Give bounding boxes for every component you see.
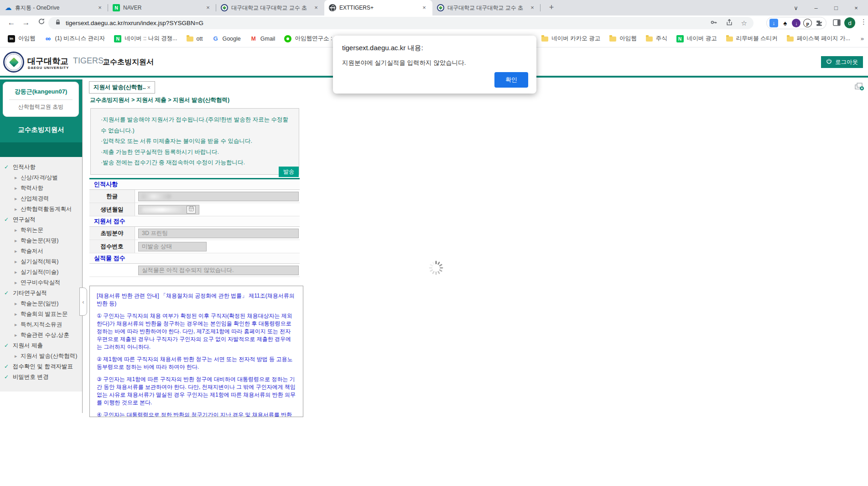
sidebar-menu-item[interactable]: 지원서 제출 [0, 340, 82, 351]
hangul-input[interactable] [138, 192, 299, 201]
sidebar-menu-label: 학술저서 [21, 248, 43, 254]
sidebar-menu-item[interactable]: 연구비수탁실적 [0, 277, 82, 288]
calendar-button[interactable] [187, 206, 196, 214]
side-panel-icon[interactable] [833, 19, 841, 28]
receipt-number-input[interactable]: 미발송 상태 [138, 242, 207, 251]
sidebar-menu: 인적사항 신상/자격/상벌 학력사항 산업체경력 산학협력활동계획서 [0, 157, 82, 392]
sidebar-menu-item[interactable]: 기타연구실적 [0, 288, 82, 298]
close-all-windows-icon[interactable] [855, 83, 864, 93]
bookmark-item[interactable]: ott [182, 34, 207, 44]
sidebar-menu-item[interactable]: 학술논문(일반) [0, 298, 82, 309]
tab-close-icon[interactable]: × [529, 4, 536, 11]
minimize-icon[interactable]: – [806, 5, 826, 11]
sidebar-menu-label: 학력사항 [21, 185, 43, 191]
bookmarks-overflow-icon[interactable]: » [861, 35, 864, 42]
sidebar-menu-item[interactable]: 학력사항 [0, 183, 82, 193]
bookmark-item[interactable]: 아임웹 [605, 33, 641, 44]
tab-close-icon[interactable]: × [204, 4, 212, 11]
bookmark-item[interactable]: 주식 [642, 33, 671, 44]
profile-avatar[interactable]: d [844, 17, 855, 28]
sidebar-menu-item[interactable]: 학술저서 [0, 246, 82, 256]
tab-close-icon[interactable]: × [312, 4, 320, 11]
browser-tab[interactable]: EXTTIGERS+ × [324, 0, 432, 16]
logout-label: 로그아웃 [835, 58, 858, 66]
purple-downloader-extension-icon[interactable] [792, 19, 800, 27]
reload-icon[interactable] [36, 18, 47, 28]
back-icon[interactable]: ← [6, 18, 16, 28]
browser-tab[interactable]: 대구대학교 대구대학교 교수 초 × [432, 0, 541, 16]
section-personal-info: 인적사항 [89, 179, 300, 190]
sidebar-menu-item[interactable]: 산학협력활동계획서 [0, 204, 82, 214]
close-icon[interactable]: × [846, 5, 866, 11]
sidebar-menu-item[interactable]: 학위논문 [0, 225, 82, 235]
document-tab[interactable]: 지원서 발송(산학협.. × [89, 81, 155, 94]
bookmark-item[interactable]: (1) 비즈니스 관리자 [41, 33, 109, 44]
works-input[interactable]: 실적물은 아직 접수되지 않았습니다. [138, 266, 299, 275]
bookmark-icon [646, 37, 653, 42]
tab-close-icon[interactable]: × [96, 4, 104, 11]
sidebar-menu-item[interactable]: 신상/자격/상벌 [0, 172, 82, 183]
bookmark-item[interactable]: 네이버 광고 [672, 33, 721, 44]
sidebar-menu-item[interactable]: 연구실적 [0, 214, 82, 225]
document-tab-close-icon[interactable]: × [147, 84, 151, 91]
browser-tab[interactable]: 휴지통 - OneDrive × [0, 0, 108, 16]
pinterest-extension-icon[interactable] [803, 19, 812, 27]
birthdate-input[interactable] [138, 205, 199, 214]
downloader-extension-icon[interactable] [769, 19, 778, 27]
sidebar-menu-item[interactable]: 특허,지적소유권 [0, 319, 82, 330]
bookmark-item[interactable]: 아임웹 [4, 33, 40, 44]
legal-notice-box: [채용서류 반환 관련 안내] 「채용절차의 공정화에 관한 법률」 제11조(… [89, 286, 303, 417]
sidebar-menu-item[interactable]: 접수확인 및 합격자발표 [0, 361, 82, 372]
dark-extension-icon[interactable] [781, 19, 790, 27]
field-input[interactable]: 3D 프린팅 [138, 229, 299, 238]
sidebar-menu-item[interactable]: 학술회의 발표논문 [0, 309, 82, 319]
bookmark-label: 네이버 광고 [687, 35, 717, 42]
bookmark-icon [609, 37, 616, 42]
browser-window: 휴지통 - OneDrive × NAVER × 대구대학교 대구대학교 교수 … [0, 0, 868, 486]
sidebar-menu-item[interactable]: 실기실적(체육) [0, 256, 82, 267]
sidebar-collapse-handle[interactable]: ‹ [79, 287, 87, 316]
bookmark-item[interactable]: Gmail [246, 33, 280, 44]
notice-box: ·지원서를 발송해야 지원서가 접수됩니다.(주의!한번 발송한 자료는 수정할… [90, 108, 299, 175]
sidebar-menu-item[interactable]: 비밀번호 변경 [0, 372, 82, 382]
bookmark-star-icon[interactable]: ☆ [741, 19, 747, 27]
browser-menu-icon[interactable]: ⋮ [860, 18, 867, 26]
forward-icon[interactable]: → [21, 18, 31, 28]
power-icon [826, 58, 832, 66]
sidebar-menu-item[interactable]: 인적사항 [0, 162, 82, 172]
user-role: 산학협력교원 초빙 [3, 103, 78, 111]
sidebar-menu-item[interactable]: 지원서 발송(산학협력) [0, 351, 82, 361]
sidebar-menu-label: 지원서 발송(산학협력) [21, 353, 77, 359]
bookmark-item[interactable]: 네이버 :: 나의 경쟁... [110, 33, 181, 44]
redacted-birthdate-value [142, 207, 182, 212]
sidebar-menu-item[interactable]: 학술논문(저명) [0, 235, 82, 246]
maximize-icon[interactable]: □ [826, 5, 846, 11]
bookmark-item[interactable]: 페이스북 페이지 가... [783, 33, 854, 44]
url-text[interactable]: tigersext.daegu.ac.kr/nxrun/index.jsp?SY… [66, 20, 203, 26]
sidebar-menu-label: 기타연구실적 [13, 290, 47, 296]
address-bar[interactable]: tigersext.daegu.ac.kr/nxrun/index.jsp?SY… [48, 17, 754, 29]
sidebar-menu-item[interactable]: 실기실적(미술) [0, 267, 82, 277]
sidebar-menu-label: 인적사항 [13, 164, 36, 170]
share-icon[interactable] [726, 19, 733, 28]
send-button[interactable]: 발송 [279, 167, 299, 177]
sidebar-menu-label: 비밀번호 변경 [13, 374, 48, 380]
logout-button[interactable]: 로그아웃 [821, 56, 863, 68]
alert-confirm-button[interactable]: 확인 [494, 72, 528, 88]
sidebar-menu-item[interactable]: 학술관련 수상,상훈 [0, 330, 82, 340]
password-key-icon[interactable] [710, 19, 717, 28]
browser-tab[interactable]: NAVER × [108, 0, 216, 16]
new-tab-button[interactable]: + [546, 2, 557, 14]
bookmark-item[interactable]: Google [208, 33, 244, 44]
bookmark-item[interactable]: 네이버 카카오 광고 [537, 33, 604, 44]
bookmark-item[interactable]: 리무버블 스티커 [722, 33, 782, 44]
legal-paragraph: ④ 구인자는 대통령령으로 정한 반환의 청구기간이 지난 경우 및 채용서류를… [97, 411, 296, 417]
tab-close-icon[interactable]: × [421, 4, 428, 11]
sidebar-menu-label: 학술논문(일반) [21, 300, 58, 307]
browser-tab[interactable]: 대구대학교 대구대학교 교수 초 × [216, 0, 324, 16]
sidebar-menu-item[interactable]: 산업체경력 [0, 193, 82, 204]
extensions-pill [766, 17, 826, 29]
window-menu-icon[interactable]: ∨ [786, 5, 806, 11]
header-nav-item[interactable]: 교수초빙지원서 [103, 57, 154, 67]
extensions-puzzle-icon[interactable] [815, 19, 823, 27]
